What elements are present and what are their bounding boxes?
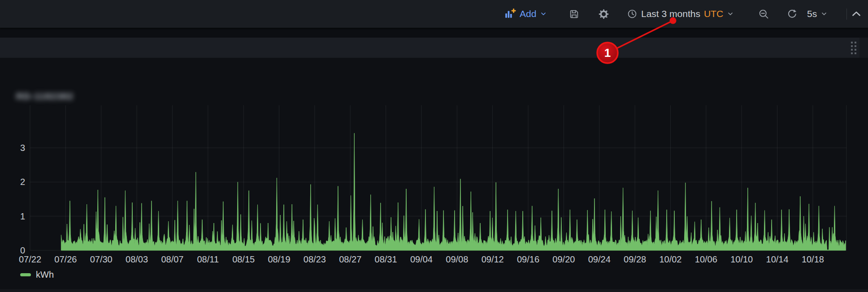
x-tick-label: 10/10 (730, 254, 753, 264)
x-tick-label: 07/30 (90, 254, 113, 264)
y-tick-label: 1 (20, 211, 25, 221)
x-tick-label: 10/06 (695, 254, 717, 264)
x-tick-label: 10/14 (766, 254, 789, 264)
x-tick-label: 09/16 (517, 254, 539, 264)
series-color-swatch-icon (20, 273, 31, 276)
energy-usage-chart[interactable]: 012307/2207/2607/3008/0308/0708/1108/150… (0, 0, 868, 292)
x-tick-label: 07/26 (54, 254, 77, 264)
kwh-area-series (61, 133, 846, 250)
x-tick-label: 10/02 (659, 254, 681, 264)
x-tick-label: 08/19 (268, 254, 290, 264)
x-tick-label: 09/24 (588, 254, 611, 264)
x-tick-label: 09/04 (410, 254, 433, 264)
x-tick-label: 08/23 (304, 254, 326, 264)
x-tick-label: 08/31 (375, 254, 397, 264)
x-tick-label: 09/12 (482, 254, 504, 264)
y-tick-label: 0 (20, 245, 25, 255)
x-tick-label: 08/11 (197, 254, 219, 264)
x-tick-label: 08/27 (339, 254, 361, 264)
legend-item-kwh[interactable]: kWh (20, 270, 54, 280)
y-tick-label: 2 (20, 177, 25, 187)
y-tick-label: 3 (20, 143, 25, 153)
x-tick-label: 08/15 (232, 254, 255, 264)
legend-label: kWh (36, 270, 54, 280)
x-tick-label: 09/08 (446, 254, 468, 264)
grafana-dashboard: Add (0, 0, 868, 292)
x-tick-label: 08/07 (161, 254, 183, 264)
x-tick-label: 09/28 (624, 254, 646, 264)
x-tick-label: 08/03 (126, 254, 148, 264)
x-tick-label: 07/22 (19, 254, 41, 264)
x-tick-label: 10/18 (802, 254, 824, 264)
x-tick-label: 09/20 (552, 254, 575, 264)
